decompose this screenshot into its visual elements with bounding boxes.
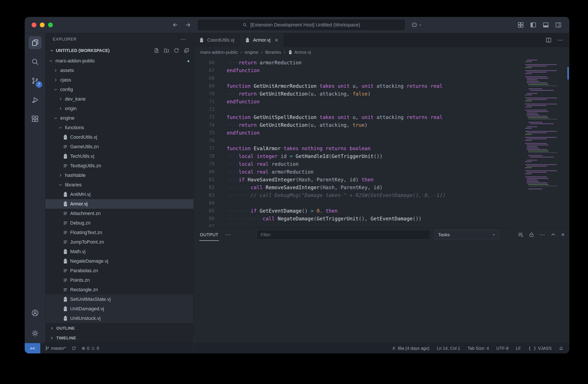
new-file-icon[interactable]: [154, 48, 159, 53]
tree-file-rectangle-zn[interactable]: Rectangle.zn: [45, 285, 193, 294]
tree-file-jumptopoint-zn[interactable]: JumpToPoint.zn: [45, 237, 193, 247]
tree-file-gameutils-zn[interactable]: GameUtils.zn: [45, 142, 193, 152]
output-filter-input[interactable]: [257, 230, 430, 239]
language-label: VJASS: [538, 346, 552, 351]
branch-status[interactable]: master*: [45, 346, 66, 351]
outline-section[interactable]: OUTLINE: [45, 323, 193, 333]
editor-more-actions-icon[interactable]: ⋯: [557, 37, 563, 44]
tree-file-texttagutils-zn[interactable]: TexttagUtils.zn: [45, 161, 193, 171]
activity-explorer[interactable]: [25, 33, 45, 52]
tree-file-points-zn[interactable]: Points.zn: [45, 275, 193, 285]
line-number: 87: [194, 223, 214, 227]
toggle-primary-sidebar-icon[interactable]: [530, 22, 536, 28]
close-window-button[interactable]: [32, 23, 36, 27]
tree-file-antimh-vj[interactable]: AntiMH.vj: [45, 190, 193, 199]
breadcrumb-item[interactable]: engine: [245, 50, 258, 55]
eol-status[interactable]: LF: [516, 346, 521, 351]
tree-file-floatingtext-zn[interactable]: FloatingText.zn: [45, 228, 193, 237]
nav-forward-icon[interactable]: [185, 22, 191, 28]
panel-more-actions-icon[interactable]: ⋯: [540, 231, 545, 238]
maximize-panel-icon[interactable]: [550, 232, 556, 238]
tree-file-negatedamage-vj[interactable]: NegateDamage.vj: [45, 256, 193, 266]
tab-coordutils[interactable]: CoordUtils.vj: [194, 33, 240, 47]
tree-folder-config[interactable]: config: [45, 85, 193, 94]
remote-indicator[interactable]: ><: [25, 343, 40, 353]
tree-folder-origin[interactable]: origin: [45, 104, 193, 113]
git-blame-status[interactable]: Illia (4 days ago): [392, 346, 430, 351]
refresh-icon[interactable]: [174, 48, 179, 53]
activity-search[interactable]: [25, 52, 45, 71]
minimize-window-button[interactable]: [40, 23, 45, 27]
breadcrumb-item[interactable]: mars-addon-public: [200, 50, 238, 55]
tree-folder-assets[interactable]: assets: [45, 66, 193, 75]
code-line: 66····return·armorReduction: [194, 59, 569, 67]
breadcrumb-item[interactable]: libraries: [265, 50, 281, 55]
nav-back-icon[interactable]: [172, 22, 179, 28]
breadcrumb-item[interactable]: Armor.vj: [288, 50, 311, 55]
tree-item-label: Parabolas.zn: [70, 268, 98, 273]
panel-tab-output[interactable]: OUTPUT: [199, 229, 219, 241]
code-line: 76: [194, 137, 569, 145]
activity-extensions[interactable]: [25, 110, 45, 129]
tree-folder-libraries[interactable]: libraries: [45, 180, 193, 190]
tab-bar: CoordUtils.vj Armor.vj × ⋯: [194, 33, 569, 47]
workspace-section-header[interactable]: UNTITLED (WORKSPACE): [45, 45, 193, 56]
language-status[interactable]: { } VJASS: [528, 346, 552, 351]
close-panel-icon[interactable]: ×: [561, 232, 565, 238]
tree-file-math-vj[interactable]: Math.vj: [45, 247, 193, 256]
notifications-status[interactable]: [559, 346, 563, 350]
tree-file-parabolas-zn[interactable]: Parabolas.zn: [45, 266, 193, 275]
activity-account[interactable]: [25, 303, 45, 322]
panel-more-tabs-icon[interactable]: ⋯: [225, 231, 231, 238]
breadcrumb-file-label: Armor.vj: [294, 50, 311, 55]
tree-file-armor-vj[interactable]: Armor.vj: [45, 199, 193, 209]
tree-folder-cjass[interactable]: cjass: [45, 75, 193, 85]
tree-file-attachment-zn[interactable]: Attachment.zn: [45, 209, 193, 218]
split-editor-icon[interactable]: [546, 37, 552, 43]
collapse-all-icon[interactable]: [184, 48, 189, 53]
problems-status[interactable]: ⊗ 0 ⚠ 0: [82, 346, 99, 351]
vj-file-icon: [62, 248, 68, 255]
activity-settings[interactable]: [25, 324, 45, 343]
tree-file-coordutils-vj[interactable]: CoordUtils.vj: [45, 132, 193, 142]
tree-folder-mars-addon-public[interactable]: mars-addon-public●: [45, 56, 193, 66]
encoding-status[interactable]: UTF-8: [496, 346, 509, 351]
activity-source-control[interactable]: 7: [25, 71, 45, 90]
command-center[interactable]: [Extension Development Host] Untitled (W…: [197, 19, 405, 31]
lock-icon[interactable]: [529, 232, 534, 238]
cursor-position[interactable]: Ln 14, Col 1: [437, 346, 460, 351]
customize-layout-icon[interactable]: [517, 22, 524, 28]
toggle-secondary-sidebar-icon[interactable]: [555, 22, 562, 28]
sync-status[interactable]: [72, 346, 76, 350]
tree-item-label: config: [60, 87, 73, 92]
tree-file-setunitmaxstate-vj[interactable]: SetUnitMaxState.vj: [45, 294, 193, 304]
activity-run-debug[interactable]: [25, 90, 45, 110]
tree-folder-hashtable[interactable]: hashtable: [45, 171, 193, 180]
zoom-window-button[interactable]: [48, 23, 53, 27]
profile-menu[interactable]: [412, 22, 422, 28]
traffic-lights: [32, 23, 53, 27]
tab-size-status[interactable]: Tab Size: 4: [468, 346, 489, 351]
tree-folder-dev-kane[interactable]: dev_kane: [45, 94, 193, 104]
clear-output-icon[interactable]: [517, 232, 524, 238]
explorer-more-actions-icon[interactable]: ⋯: [180, 36, 186, 43]
new-folder-icon[interactable]: [164, 48, 169, 53]
tree-file-debug-zn[interactable]: Debug.zn: [45, 218, 193, 228]
toggle-panel-icon[interactable]: [543, 22, 549, 28]
tree-file-techutils-vj[interactable]: TechUtils.vj: [45, 152, 193, 161]
output-channel-select[interactable]: Tasks: [434, 230, 499, 239]
tab-armor[interactable]: Armor.vj ×: [240, 33, 283, 47]
minimap[interactable]: [525, 60, 565, 190]
chevron-right-icon: [53, 68, 59, 73]
tree-folder-functions[interactable]: functions: [45, 123, 193, 132]
tree-folder-engine[interactable]: engine: [45, 113, 193, 123]
activity-bar: 7: [25, 33, 45, 343]
code-editor[interactable]: 66····return·armorReduction67endfunction…: [194, 57, 569, 227]
close-tab-icon[interactable]: ×: [275, 37, 278, 43]
tree-item-label: Rectangle.zn: [70, 287, 98, 293]
timeline-section[interactable]: TIMELINE: [45, 333, 193, 343]
tree-file-unitunstuck-vj[interactable]: UnitUnstuck.vj: [45, 314, 193, 323]
line-number: 86: [194, 215, 214, 223]
output-content[interactable]: [194, 242, 569, 327]
tree-file-unitdamaged-vj[interactable]: UnitDamaged.vj: [45, 304, 193, 314]
